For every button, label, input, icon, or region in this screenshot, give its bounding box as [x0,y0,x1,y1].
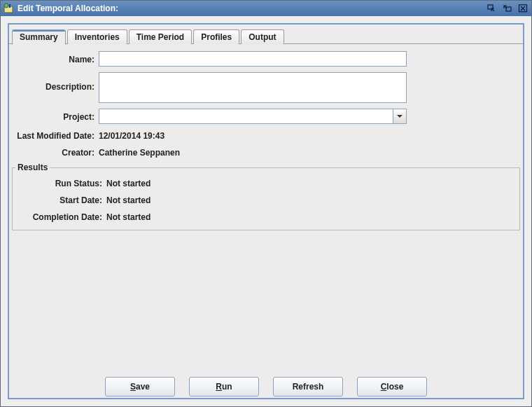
start-date-value: Not started [106,195,150,205]
tab-output[interactable]: Output [241,29,284,44]
tab-time-period[interactable]: Time Period [129,29,192,44]
results-legend: Results [15,163,50,172]
svg-rect-2 [9,4,10,8]
project-dropdown-button[interactable] [393,109,407,124]
run-button[interactable]: Run [189,377,259,396]
app-icon [2,2,15,15]
description-input[interactable] [99,72,407,103]
project-field[interactable] [99,109,393,124]
content-panel: Summary Inventories Time Period Profiles… [8,23,524,399]
tab-profiles[interactable]: Profiles [193,29,239,44]
tabs-row: Summary Inventories Time Period Profiles… [9,27,523,44]
description-label: Description: [15,72,99,92]
start-date-label: Start Date: [13,195,106,205]
last-modified-value: 12/01/2014 19:43 [99,130,164,141]
completion-date-label: Completion Date: [13,212,106,222]
name-input[interactable] [99,51,407,67]
close-button[interactable]: Close [357,377,427,396]
tab-inventories[interactable]: Inventories [67,29,127,44]
tab-summary[interactable]: Summary [12,29,66,45]
run-status-value: Not started [106,179,150,188]
project-label: Project: [15,111,99,122]
button-bar: Save Run Refresh Close [9,367,523,398]
creator-value: Catherine Seppanen [99,146,180,158]
edit-temporal-allocation-window: Edit Temporal Allocation: [0,0,532,407]
close-button-icon[interactable] [517,4,528,13]
project-combo [99,109,407,124]
results-fieldset: Results Run Status: Not started Start Da… [12,167,520,230]
completion-date-value: Not started [106,212,150,222]
creator-label: Creator: [15,146,99,158]
save-button[interactable]: Save [105,377,175,396]
refresh-button[interactable]: Refresh [273,377,343,396]
titlebar: Edit Temporal Allocation: [1,1,531,16]
minimize-button-icon[interactable] [486,4,498,13]
svg-rect-4 [506,7,511,11]
chevron-down-icon [396,114,403,118]
window-body: Summary Inventories Time Period Profiles… [1,16,531,406]
name-label: Name: [15,53,99,64]
summary-form: Name: Description: Project: [9,44,523,167]
run-status-label: Run Status: [13,179,106,188]
svg-point-1 [4,4,8,8]
last-modified-label: Last Modified Date: [15,130,99,141]
maximize-button-icon[interactable] [502,4,513,13]
window-title: Edit Temporal Allocation: [18,4,486,13]
